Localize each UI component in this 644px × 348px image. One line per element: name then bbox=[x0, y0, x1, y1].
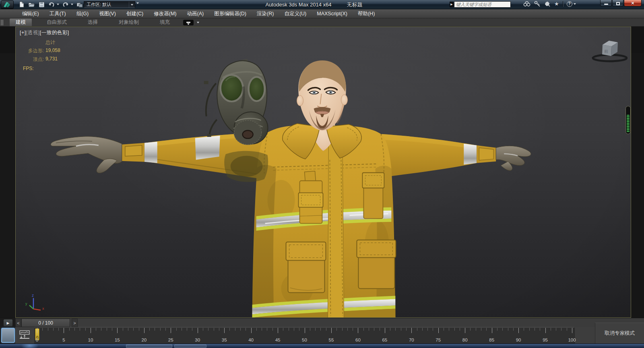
undo-button[interactable] bbox=[48, 1, 55, 8]
ruler-tick bbox=[561, 328, 561, 331]
ribbon-grip-handle[interactable] bbox=[1, 20, 3, 25]
undo-dropdown-caret[interactable] bbox=[57, 4, 59, 5]
frame-label: 100 bbox=[568, 338, 576, 342]
open-file-button[interactable] bbox=[28, 1, 35, 8]
ribbon-tab[interactable]: 自由形式 bbox=[41, 19, 73, 26]
ruler-tick bbox=[182, 328, 182, 331]
workspace-dropdown-arrow[interactable] bbox=[129, 2, 135, 8]
menu-item[interactable]: 组(G) bbox=[71, 9, 94, 18]
right-arm[interactable] bbox=[380, 134, 531, 178]
ruler-tick bbox=[133, 328, 134, 331]
menu-item[interactable]: 动画(A) bbox=[182, 9, 209, 18]
ribbon-tab[interactable]: 选择 bbox=[82, 19, 104, 26]
maximize-button[interactable] bbox=[612, 0, 623, 6]
menu-item[interactable]: 视图(V) bbox=[94, 9, 121, 18]
viewport-layout-tab[interactable] bbox=[1, 328, 15, 343]
frame-label: 70 bbox=[409, 338, 414, 342]
viewport-pov-menu[interactable]: [透视] bbox=[26, 30, 40, 35]
frame-label: 75 bbox=[436, 338, 441, 342]
infocenter-expand-button[interactable]: ▶ bbox=[450, 2, 454, 7]
ruler-tick bbox=[64, 328, 64, 333]
ruler-tick bbox=[476, 328, 476, 331]
time-slider[interactable]: 0 / 100 bbox=[21, 319, 70, 327]
next-frame-button[interactable]: > bbox=[72, 319, 78, 327]
new-file-button[interactable] bbox=[18, 1, 25, 8]
3dsmax-window: { "titlebar": { "title": "Autodesk 3ds M… bbox=[0, 0, 644, 348]
close-button[interactable]: × bbox=[624, 0, 642, 6]
ruler-tick bbox=[96, 328, 96, 331]
frame-label: 35 bbox=[222, 338, 227, 342]
viewport-shading-menu[interactable]: [一致的色彩] bbox=[40, 30, 69, 35]
ribbon-minimize-button[interactable] bbox=[183, 20, 194, 25]
open-folder-icon bbox=[28, 2, 35, 8]
toolbar-flyout-caret[interactable] bbox=[136, 2, 139, 4]
application-menu-button[interactable] bbox=[1, 0, 14, 9]
ruler-tick bbox=[112, 328, 112, 331]
window-title: Autodesk 3ds Max 2014 x64无标题 bbox=[225, 1, 402, 8]
ribbon-bar: 建模 自由形式 选择 对象绘制 填充 bbox=[0, 19, 644, 27]
app-title: Autodesk 3ds Max 2014 x64 bbox=[265, 2, 331, 8]
ribbon-options-caret[interactable] bbox=[197, 22, 199, 23]
fireman-jacket[interactable] bbox=[252, 126, 396, 317]
communication-center-icon[interactable] bbox=[544, 1, 551, 7]
ruler-tick bbox=[422, 328, 423, 331]
menu-item[interactable]: 帮助(H) bbox=[353, 9, 380, 18]
menu-item[interactable]: MAXScript(X) bbox=[312, 9, 353, 18]
time-slider-row: ▶ < 0 / 100 > bbox=[0, 318, 644, 327]
taskbar-button-hint bbox=[126, 344, 172, 348]
gas-mask[interactable] bbox=[204, 59, 268, 145]
minimize-button[interactable] bbox=[600, 0, 612, 6]
ruler-tick bbox=[545, 328, 546, 333]
menu-item[interactable]: 自定义(U) bbox=[279, 9, 312, 18]
menu-item[interactable]: 编辑(E) bbox=[17, 9, 44, 18]
search-binoculars-icon[interactable] bbox=[523, 1, 530, 7]
viewport-general-menu[interactable]: [+] bbox=[20, 30, 26, 35]
ruler-tick bbox=[299, 328, 299, 331]
frame-label: 90 bbox=[516, 338, 521, 342]
ribbon-tab[interactable]: 对象绘制 bbox=[113, 19, 145, 26]
frame-label: 80 bbox=[462, 338, 468, 342]
favorites-star-icon[interactable]: ★ bbox=[554, 1, 559, 7]
windows-taskbar-sliver bbox=[0, 344, 644, 348]
ruler-tick bbox=[497, 328, 497, 331]
redo-button[interactable] bbox=[62, 1, 69, 8]
scene-explorer-flyout-button[interactable]: ▶ bbox=[3, 319, 13, 327]
left-glove[interactable] bbox=[51, 137, 122, 173]
menu-item[interactable]: 创建(C) bbox=[121, 9, 149, 18]
previous-frame-button[interactable]: < bbox=[15, 319, 21, 327]
cancel-expert-mode-button[interactable]: 取消专家模式 bbox=[595, 323, 644, 344]
mini-curve-editor-button[interactable] bbox=[18, 329, 31, 340]
workspace-switcher-button[interactable] bbox=[76, 1, 83, 8]
help-button[interactable]: ? bbox=[567, 1, 576, 7]
search-input[interactable] bbox=[454, 1, 511, 8]
trackbar-ruler[interactable]: 0 05101520253035404550556065707580859095… bbox=[34, 327, 575, 344]
ribbon-tabs: 建模 自由形式 选择 对象绘制 填充 bbox=[10, 19, 176, 26]
chevron-down-icon bbox=[131, 4, 133, 6]
ruler-tick bbox=[470, 328, 471, 331]
menu-item[interactable]: 修改器(M) bbox=[149, 9, 182, 18]
redo-dropdown-caret[interactable] bbox=[71, 4, 73, 5]
save-button[interactable] bbox=[38, 1, 45, 8]
ruler-tick bbox=[374, 328, 374, 331]
ribbon-tab[interactable]: 建模 bbox=[10, 19, 32, 26]
perspective-viewport[interactable]: [+][透视][一致的色彩] 总计 多边形: 19,058 顶点: 9,731 … bbox=[15, 27, 631, 318]
ruler-tick bbox=[524, 328, 524, 331]
view-cube[interactable]: 前 bbox=[587, 36, 627, 62]
menu-item[interactable]: 图形编辑器(D) bbox=[209, 9, 252, 18]
help-dropdown-caret[interactable] bbox=[574, 3, 576, 5]
workspace-dropdown[interactable]: 工作区: 默认 bbox=[84, 1, 135, 8]
ruler-tick bbox=[518, 328, 519, 333]
toolbar-separator bbox=[563, 1, 563, 7]
ruler-tick bbox=[444, 328, 444, 331]
ribbon-tab[interactable]: 填充 bbox=[154, 19, 176, 26]
ruler-tick bbox=[219, 328, 219, 331]
subscription-key-icon[interactable] bbox=[534, 1, 541, 7]
ruler-tick bbox=[256, 328, 257, 331]
right-glove[interactable] bbox=[496, 146, 531, 170]
menu-item[interactable]: 渲染(R) bbox=[252, 9, 279, 18]
head[interactable] bbox=[297, 60, 348, 130]
menu-item[interactable]: 工具(T) bbox=[44, 9, 71, 18]
ruler-tick bbox=[347, 328, 348, 331]
character-model[interactable] bbox=[16, 27, 631, 318]
stats-verts-value: 9,731 bbox=[45, 56, 60, 63]
